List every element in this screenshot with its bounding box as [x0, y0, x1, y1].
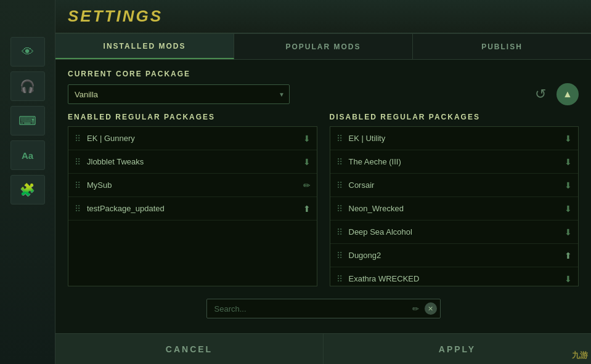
tab-bar: INSTALLED MODS POPULAR MODS PUBLISH [55, 34, 591, 60]
package-name: Dugong2 [349, 251, 559, 260]
drag-handle-icon[interactable]: ⠿ [75, 134, 81, 144]
table-row: ⠿ MySub ✏ [68, 174, 317, 197]
update-icon[interactable]: ⬆ [303, 204, 311, 214]
search-row: ✏ ✕ [68, 294, 579, 323]
table-row: ⠿ Deep Sea Alcohol ⬇ [330, 220, 579, 244]
sidebar-icon-plugin[interactable]: 🧩 [10, 175, 45, 204]
upload-button[interactable]: ▲ [556, 83, 579, 105]
download-icon[interactable]: ⬇ [565, 274, 572, 284]
bottom-bar: CANCEL APPLY [55, 333, 591, 364]
package-name: The Aeche (III) [349, 157, 559, 166]
package-name: testPackage_updated [87, 204, 297, 213]
core-package-row: Vanilla Custom ▼ ↺ ▲ [68, 83, 579, 105]
pencil-icon[interactable]: ✏ [410, 302, 422, 315]
package-name: Exathra WRECKED [349, 274, 559, 283]
core-actions: ↺ ▲ [529, 83, 579, 105]
tab-installed-mods[interactable]: INSTALLED MODS [55, 34, 234, 59]
headphone-icon: 🎧 [20, 79, 35, 94]
apply-button[interactable]: APPLY [324, 334, 591, 364]
table-row: ⠿ Jlobblet Tweaks ⬇ [68, 150, 317, 174]
search-wrapper: ✏ ✕ [206, 299, 441, 318]
sidebar-icon-keyboard[interactable]: ⌨ [10, 106, 45, 135]
table-row: ⠿ The Aeche (III) ⬇ [330, 150, 579, 174]
package-name: Deep Sea Alcohol [349, 227, 559, 237]
package-name: EK | Gunnery [87, 134, 297, 143]
download-icon[interactable]: ⬇ [565, 227, 572, 237]
drag-handle-icon[interactable]: ⠿ [336, 134, 343, 144]
package-name: Neon_Wrecked [349, 204, 559, 213]
edit-icon[interactable]: ✏ [303, 180, 311, 190]
table-row: ⠿ Dugong2 ⬆ [330, 244, 579, 267]
tab-publish[interactable]: PUBLISH [413, 34, 591, 59]
package-name: Jlobblet Tweaks [87, 157, 297, 166]
drag-handle-icon[interactable]: ⠿ [75, 180, 81, 190]
eye-icon: 👁 [22, 45, 34, 59]
core-package-label: CURRENT CORE PACKAGE [68, 70, 579, 78]
disabled-packages-label: DISABLED REGULAR PACKAGES [330, 113, 579, 121]
download-icon[interactable]: ⬇ [565, 180, 572, 190]
disabled-packages-col: DISABLED REGULAR PACKAGES ⠿ EK | Utility… [330, 113, 579, 286]
table-row: ⠿ testPackage_updated ⬆ [68, 197, 317, 220]
logo: 九游 [572, 350, 588, 361]
main-content: SETTINGS INSTALLED MODS POPULAR MODS PUB… [55, 0, 591, 364]
sidebar-icon-headphone[interactable]: 🎧 [10, 71, 45, 101]
title-bar: SETTINGS [55, 0, 591, 34]
drag-handle-icon[interactable]: ⠿ [75, 157, 81, 167]
drag-handle-icon[interactable]: ⠿ [336, 251, 343, 261]
plugin-icon: 🧩 [20, 182, 35, 197]
sidebar-icon-eye[interactable]: 👁 [10, 37, 45, 67]
drag-handle-icon[interactable]: ⠿ [336, 227, 343, 237]
dropdown-wrapper: Vanilla Custom ▼ [68, 84, 290, 104]
cancel-button[interactable]: CANCEL [55, 334, 324, 364]
enabled-packages-col: ENABLED REGULAR PACKAGES ⠿ EK | Gunnery … [68, 113, 317, 286]
content-area: CURRENT CORE PACKAGE Vanilla Custom ▼ ↺ … [55, 60, 591, 333]
update-icon[interactable]: ⬆ [565, 251, 572, 261]
drag-handle-icon[interactable]: ⠿ [336, 274, 343, 284]
core-package-dropdown[interactable]: Vanilla Custom [68, 84, 290, 104]
table-row: ⠿ Neon_Wrecked ⬇ [330, 197, 579, 220]
package-name: EK | Utility [349, 134, 559, 143]
download-icon[interactable]: ⬇ [565, 157, 572, 167]
upload-icon: ▲ [563, 89, 573, 100]
keyboard-icon: ⌨ [18, 113, 36, 128]
drag-handle-icon[interactable]: ⠿ [75, 204, 81, 214]
tab-popular-mods[interactable]: POPULAR MODS [234, 34, 413, 59]
drag-handle-icon[interactable]: ⠿ [336, 180, 343, 190]
refresh-button[interactable]: ↺ [529, 83, 552, 105]
table-row: ⠿ Corsair ⬇ [330, 174, 579, 197]
table-row: ⠿ EK | Gunnery ⬇ [68, 127, 317, 150]
sidebar-icon-font[interactable]: Aa [10, 140, 45, 170]
sidebar: 👁 🎧 ⌨ Aa 🧩 [0, 0, 55, 364]
font-icon: Aa [22, 150, 33, 161]
packages-row: ENABLED REGULAR PACKAGES ⠿ EK | Gunnery … [68, 113, 579, 286]
search-input[interactable] [206, 299, 441, 318]
drag-handle-icon[interactable]: ⠿ [336, 204, 343, 214]
core-package-section: CURRENT CORE PACKAGE Vanilla Custom ▼ ↺ … [68, 70, 579, 105]
refresh-icon: ↺ [535, 86, 546, 102]
enabled-packages-list[interactable]: ⠿ EK | Gunnery ⬇ ⠿ Jlobblet Tweaks ⬇ ⠿ M… [68, 126, 317, 286]
table-row: ⠿ EK | Utility ⬇ [330, 127, 579, 150]
disabled-packages-list[interactable]: ⠿ EK | Utility ⬇ ⠿ The Aeche (III) ⬇ ⠿ C… [330, 126, 579, 286]
package-name: Corsair [349, 180, 559, 190]
table-row: ⠿ Exathra WRECKED ⬇ [330, 267, 579, 286]
page-title: SETTINGS [68, 7, 163, 26]
download-icon[interactable]: ⬇ [565, 134, 572, 144]
enabled-packages-label: ENABLED REGULAR PACKAGES [68, 113, 317, 121]
download-icon[interactable]: ⬇ [565, 204, 572, 214]
package-name: MySub [87, 180, 297, 190]
search-icons: ✏ ✕ [410, 302, 437, 315]
download-icon[interactable]: ⬇ [303, 157, 311, 167]
download-icon[interactable]: ⬇ [303, 134, 311, 144]
clear-icon[interactable]: ✕ [425, 302, 437, 315]
drag-handle-icon[interactable]: ⠿ [336, 157, 343, 167]
